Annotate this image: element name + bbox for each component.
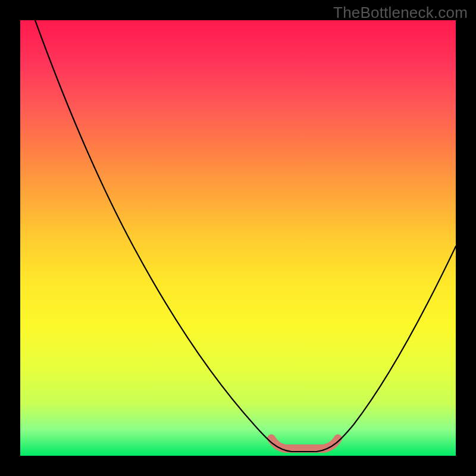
optimal-band-highlight [271,439,338,449]
bottleneck-curve [35,20,456,452]
chart-svg [20,20,456,456]
watermark-text: TheBottleneck.com [333,4,468,22]
chart-plot-area [20,20,456,456]
